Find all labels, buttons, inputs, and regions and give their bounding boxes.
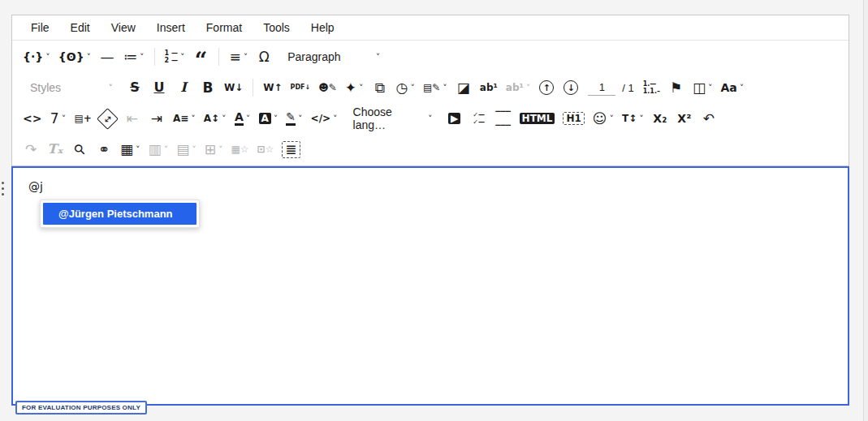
editor-app: FileEditViewInsertFormatToolsHelp {·}˅{ʘ… [0,0,868,421]
insert-media-icon: ▶ [448,113,460,124]
underline-button[interactable]: U [150,77,168,99]
outdent-icon: ⇤ [127,112,138,126]
table-column-button[interactable]: ▥˅ [148,139,170,161]
chevron-down-icon: ˅ [109,83,114,93]
scrollbar-track[interactable] [863,0,868,421]
chevron-down-icon: ˅ [246,114,251,124]
heading-style-button[interactable]: H1 [562,108,585,130]
undo-button[interactable]: ↶ [700,108,718,130]
footnote-reference-button[interactable]: ab¹˅ [505,77,531,99]
select-all-button[interactable]: ≣ [281,139,300,161]
chevron-down-icon: ˅ [410,83,415,93]
track-changes-button[interactable]: ▤✎˅ [422,77,448,99]
next-page-button[interactable]: ↓ [562,77,580,99]
insert-image-button[interactable]: ◪ [455,77,473,99]
chevron-down-icon: ˅ [244,52,248,62]
menu-format[interactable]: Format [196,15,253,41]
chevron-down-icon: ˅ [164,144,169,155]
font-color-button[interactable]: A˅ [234,108,252,130]
multi-level-list-button[interactable]: 1.— 1.1.– [642,77,661,99]
bold-button[interactable]: B [199,77,217,99]
styles-dropdown[interactable]: Styles˅ [24,76,118,99]
text-alignment-icon: ≡ [229,50,240,64]
footnote-icon: ab¹ [480,83,498,92]
menu-file[interactable]: File [20,15,60,41]
block-drag-handle-icon[interactable] [2,182,4,195]
menu-insert[interactable]: Insert [146,15,196,41]
ai-assistant-icon: ☻✎ [318,83,337,92]
revision-history-button[interactable]: ◷˅ [395,77,416,99]
outdent-button[interactable]: ⇤ [123,108,141,130]
font-background-color-button[interactable]: A˅ [258,108,279,130]
special-characters-button[interactable]: Ω [255,46,273,68]
export-to-word-button[interactable]: W↓ [223,77,244,99]
menu-tools[interactable]: Tools [253,15,300,41]
italic-button[interactable]: I [175,77,192,99]
text-alignment-button[interactable]: ≡˅ [228,46,248,68]
remove-format-button[interactable]: Tₓ [46,139,64,161]
highlight-button[interactable]: ✎˅ [285,108,303,130]
styles-label: Styles [30,81,61,94]
menu-edit[interactable]: Edit [60,15,101,41]
ai-assistant-button[interactable]: ☻✎ [317,77,338,99]
typed-text: @j [28,180,43,193]
link-button[interactable]: ⚭ [95,139,113,161]
emoji-button[interactable]: ☺˅ [592,108,615,130]
strikethrough-button[interactable]: S [126,77,144,99]
block-quote-button[interactable]: “ [192,46,209,68]
horizontal-line-button[interactable]: — [98,46,116,68]
menu-help[interactable]: Help [300,15,345,41]
page-layout-button[interactable]: ◫˅ [692,77,714,99]
code-block-button[interactable]: </>˅ [310,108,339,130]
source-editing-icon: <> [23,113,41,124]
multi-level-list-icon: 1.— 1.1.– [643,80,660,95]
page-break-icon: ▔▔▔ ▁▁▁ [495,111,510,126]
insert-template-button[interactable]: ▤+ [73,108,92,130]
chevron-down-icon: ˅ [376,52,381,62]
chevron-down-icon: ˅ [708,83,713,93]
html-embed-icon: HTML [520,113,555,124]
bookmark-button[interactable]: ⚑ [667,77,685,99]
table-properties-button[interactable]: ▦☆ [230,139,249,161]
footnote-button[interactable]: ab¹ [479,77,499,99]
format-painter-button[interactable]: 7˅ [49,108,67,130]
table-cell-properties-button[interactable]: ⊡☆ [257,139,275,161]
todo-list-button[interactable]: ✓— ✓— [470,108,488,130]
ai-commands-icon: ✦ [345,81,356,95]
previous-page-button[interactable]: ↑ [538,77,555,99]
source-editing-button[interactable]: <> [22,108,42,130]
numbered-list-button[interactable]: 1 — 2 —˅ [164,46,186,68]
superscript-button[interactable]: X² [676,108,693,130]
ai-commands-button[interactable]: ✦˅ [344,77,365,99]
chevron-down-icon: ˅ [87,52,92,62]
insert-media-button[interactable]: ▶ [446,108,464,130]
page-break-button[interactable]: ▔▔▔ ▁▁▁ [494,108,512,130]
preview-merge-fields-button[interactable]: {ʘ}˅ [58,46,92,68]
merge-field-button[interactable]: {·}˅ [22,46,51,68]
maximize-button[interactable]: ↔ [99,108,117,130]
merge-cells-button[interactable]: ⊞˅ [204,139,224,161]
page-number-input[interactable]: 1 [588,79,615,96]
import-from-word-button[interactable]: W↑ [262,77,283,99]
paragraph-format-dropdown[interactable]: Paragraph˅ [281,45,385,68]
language-dropdown[interactable]: Choose lang…˅ [347,107,438,130]
bulleted-list-button[interactable]: ≔˅ [123,46,145,68]
redo-button[interactable]: ↷ [22,139,40,161]
font-size-button[interactable]: A↕˅ [203,108,227,130]
indent-button[interactable]: ⇥ [148,108,166,130]
subscript-button[interactable]: X₂ [651,108,669,130]
merge-field-icon: {·} [23,51,43,62]
menu-view[interactable]: View [101,15,146,41]
find-and-replace-button[interactable]: ⚲ [71,139,89,161]
insert-table-button[interactable]: ▦˅ [119,139,141,161]
font-family-button[interactable]: A≡˅ [172,108,196,130]
table-row-button[interactable]: ▤˅ [175,139,197,161]
html-embed-button[interactable]: HTML [519,108,556,130]
export-to-pdf-button[interactable]: PDF↓ [290,77,312,99]
comments-button[interactable]: ⧉ [371,77,389,99]
line-height-button[interactable]: T↕˅ [621,108,645,130]
editor-content-area[interactable]: @j @Jürgen Pietschmann [11,166,849,406]
maximize-icon: ↔ [97,108,119,130]
case-change-button[interactable]: Aa˅ [720,77,745,99]
mention-item[interactable]: @Jürgen Pietschmann [43,203,196,225]
